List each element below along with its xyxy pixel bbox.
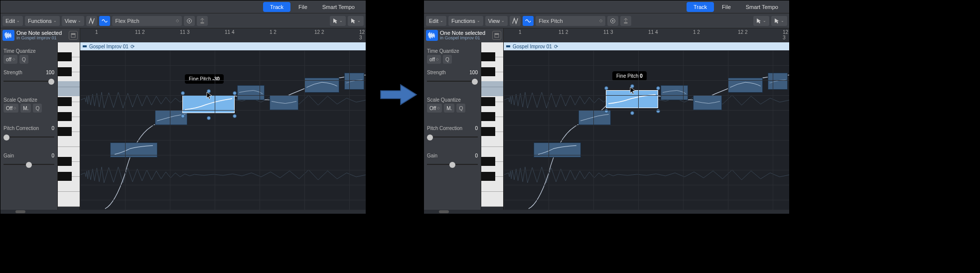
svg-rect-4: [71, 33, 75, 35]
functions-menu[interactable]: Functions⌄: [25, 16, 60, 26]
catch-playhead-icon[interactable]: [607, 16, 618, 26]
note-handle[interactable]: [604, 86, 608, 90]
selection-subtitle: in Gospel Improv 01: [16, 36, 62, 41]
svg-rect-10: [495, 33, 499, 35]
tab-smart-tempo[interactable]: Smart Tempo: [315, 2, 362, 12]
transition-arrow-icon: [379, 80, 419, 110]
edit-menu[interactable]: Edit⌄: [426, 16, 446, 26]
time-ruler[interactable]: 1 11 2 11 3 11 4 1 2 12 2 12 3: [80, 28, 366, 42]
inspector-sidebar: Time Quantize off◇ Q Strength 100 Scale …: [0, 42, 58, 214]
flex-mode-select[interactable]: Flex Pitch◇: [536, 16, 605, 26]
functions-menu[interactable]: Functions⌄: [448, 16, 483, 26]
editor-panel-before: Track File Smart Tempo Edit⌄ Functions⌄ …: [0, 0, 366, 214]
note-handle[interactable]: [233, 114, 237, 118]
flex-note[interactable]: [661, 85, 688, 100]
info-ruler-row: One Note selected in Gospel Improv 01 1 …: [0, 28, 366, 42]
svg-point-1: [189, 20, 190, 21]
scale-quantize-q[interactable]: Q: [33, 104, 42, 113]
loop-icon: ⟳: [131, 44, 135, 49]
time-quantize-value[interactable]: off◇: [427, 55, 441, 64]
flex-note[interactable]: [768, 73, 788, 90]
pitch-correction-slider[interactable]: [427, 134, 478, 140]
editor-main: Time Quantize off◇ Q Strength 100 Scale …: [0, 42, 366, 214]
inspector-toggle-icon[interactable]: [69, 31, 78, 40]
edit-menu[interactable]: Edit⌄: [2, 16, 23, 26]
ruler-mark: 11 3: [603, 29, 613, 35]
ruler-mark: 1: [95, 29, 98, 35]
ruler-mark: 11 4: [225, 29, 234, 35]
note-handle[interactable]: [181, 114, 185, 118]
quantize-button[interactable]: Q: [443, 55, 452, 64]
region-icon: [506, 44, 511, 49]
time-ruler[interactable]: 1 11 2 11 3 11 4 1 2 12 2 12 3: [504, 28, 789, 42]
flex-mode-icon[interactable]: [523, 16, 534, 26]
gain-slider[interactable]: [3, 161, 54, 167]
scale-quantize-maj[interactable]: M.: [444, 104, 454, 113]
clip-name: Gospel Improv 01: [89, 44, 129, 49]
view-menu[interactable]: View⌄: [62, 16, 85, 26]
flex-note[interactable]: [693, 95, 722, 110]
scale-quantize-off[interactable]: Off◇: [427, 104, 442, 113]
catch-playhead-icon[interactable]: [184, 16, 195, 26]
tab-file[interactable]: File: [715, 2, 738, 12]
gain-label: Gain: [427, 153, 437, 158]
midi-out-icon[interactable]: [620, 16, 631, 26]
pitch-editor-area[interactable]: Gospel Improv 01 ⟳: [504, 42, 789, 214]
pitch-correction-slider[interactable]: [3, 134, 54, 140]
tab-file[interactable]: File: [291, 2, 314, 12]
tab-track[interactable]: Track: [263, 2, 290, 12]
flex-mode-select[interactable]: Flex Pitch◇: [112, 16, 182, 26]
piano-keyboard[interactable]: [481, 42, 504, 214]
mouse-cursor-icon: [206, 91, 213, 100]
fine-pitch-tooltip: Fine Pitch -30: [185, 74, 224, 84]
left-tool-select[interactable]: ⌄: [753, 16, 769, 26]
scale-quantize-off[interactable]: Off◇: [3, 104, 18, 113]
time-quantize-value[interactable]: off◇: [3, 55, 17, 64]
pitch-editor-area[interactable]: Gospel Improv 01 ⟳: [80, 42, 366, 214]
fine-pitch-tooltip: Fine Pitch 0: [612, 71, 647, 81]
top-tabbar: Track File Smart Tempo: [424, 0, 789, 13]
note-handle[interactable]: [233, 91, 237, 95]
horizontal-scrollbar[interactable]: [424, 210, 789, 214]
strength-slider[interactable]: [3, 78, 54, 84]
ruler-mark: 1 2: [270, 29, 277, 35]
svg-rect-5: [83, 45, 87, 47]
scale-quantize-q[interactable]: Q: [456, 104, 465, 113]
clip-header[interactable]: Gospel Improv 01 ⟳: [504, 42, 789, 50]
flex-mode-icon[interactable]: [99, 16, 110, 26]
note-handle[interactable]: [181, 91, 185, 95]
gain-slider[interactable]: [427, 161, 478, 167]
strength-value: 100: [469, 70, 478, 75]
clip-header[interactable]: Gospel Improv 01 ⟳: [80, 42, 366, 50]
gain-value: 0: [51, 153, 54, 158]
horizontal-scrollbar[interactable]: [0, 210, 366, 214]
right-tool-select[interactable]: ⌄: [771, 16, 787, 26]
ruler-mark: 11 3: [180, 29, 189, 35]
note-handle[interactable]: [630, 111, 634, 115]
note-handle[interactable]: [656, 86, 660, 90]
pitch-correction-value: 0: [475, 126, 478, 131]
flex-note[interactable]: [237, 85, 265, 100]
selection-subtitle: in Gospel Improv 01: [440, 36, 485, 41]
tab-smart-tempo[interactable]: Smart Tempo: [739, 2, 785, 12]
editor-toolbar: Edit⌄ Functions⌄ View⌄ Flex Pitch◇ ⌄ ⌄: [424, 13, 789, 28]
tab-track[interactable]: Track: [687, 2, 714, 12]
flex-on-icon[interactable]: [510, 16, 521, 26]
midi-out-icon[interactable]: [197, 16, 208, 26]
inspector-toggle-icon[interactable]: [492, 31, 501, 40]
inspector-sidebar: Time Quantize off◇ Q Strength 100 Scale …: [424, 42, 481, 214]
flex-on-icon[interactable]: [86, 16, 97, 26]
flex-note[interactable]: [344, 73, 364, 90]
quantize-button[interactable]: Q: [19, 55, 28, 64]
right-tool-select[interactable]: ⌄: [348, 16, 364, 26]
scale-quantize-maj[interactable]: M.: [20, 104, 31, 113]
strength-slider[interactable]: [427, 78, 478, 84]
piano-keyboard[interactable]: [58, 42, 80, 214]
flex-note[interactable]: [270, 95, 298, 110]
region-info-box: One Note selected in Gospel Improv 01: [0, 28, 80, 42]
left-tool-select[interactable]: ⌄: [330, 16, 346, 26]
ruler-mark: 12 2: [738, 29, 747, 35]
svg-rect-8: [624, 22, 628, 23]
note-handle[interactable]: [207, 116, 211, 120]
view-menu[interactable]: View⌄: [485, 16, 508, 26]
